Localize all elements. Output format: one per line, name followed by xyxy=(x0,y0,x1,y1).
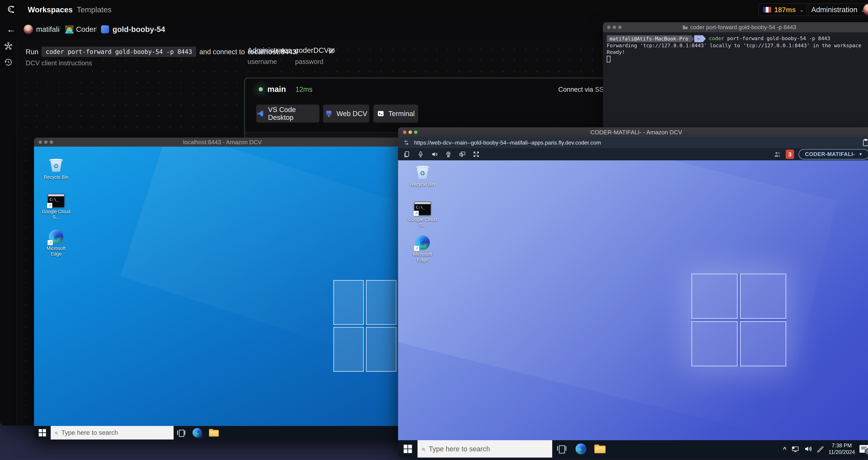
desktop-icon-recycle-bin[interactable]: ♻ Recycle Bin xyxy=(408,165,437,187)
fullscreen-icon[interactable] xyxy=(473,151,479,158)
breadcrumb-user[interactable]: matifali xyxy=(36,20,59,39)
windows-start-icon xyxy=(39,429,46,436)
tab-workspaces[interactable]: Workspaces xyxy=(28,0,72,20)
windows-desktop[interactable]: ♻ Recycle Bin C:\_ ↗ Google Cloud S... ↗… xyxy=(398,160,868,440)
minimize-button[interactable] xyxy=(408,131,412,134)
terminal-output-line: Forwarding 'tcp://127.0.0.1:8443' locall… xyxy=(607,42,861,49)
eye-off-icon[interactable] xyxy=(328,47,336,55)
desktop-icon-microsoft-edge[interactable]: ↗ Microsoft Edge xyxy=(41,230,71,257)
web-dcv-label: Web DCV xyxy=(336,110,367,118)
dcv-client-instructions-link[interactable]: DCV client instructions xyxy=(26,59,92,67)
terminal-titlebar[interactable]: coder port-forward gold-booby-54 -p 8443 xyxy=(603,22,868,32)
file-explorer-button[interactable] xyxy=(206,429,222,436)
start-button[interactable] xyxy=(34,429,51,436)
dcv-localhost-titlebar[interactable]: localhost:8443 - Amazon DCV xyxy=(34,138,411,147)
dcv-url-bar: https://web-dcv--main--gold-booby-54--ma… xyxy=(398,137,868,148)
history-icon[interactable] xyxy=(3,57,13,67)
web-dcv-button[interactable]: Web DCV xyxy=(323,105,369,123)
folder-icon xyxy=(594,444,606,453)
tab-templates[interactable]: Templates xyxy=(77,0,112,20)
webcam-icon[interactable] xyxy=(445,151,452,158)
port-forward-command-chip[interactable]: coder port-forward gold-booby-54 -p 8443 xyxy=(41,47,196,57)
windows-list-icon[interactable] xyxy=(403,151,410,158)
icon-label: Microsoft Edge xyxy=(41,246,71,257)
taskbar-edge-button[interactable] xyxy=(571,443,590,454)
taskbar-clock[interactable]: 7:38 PM 11/20/2024 xyxy=(829,442,855,456)
clipboard-icon[interactable] xyxy=(862,139,868,146)
top-navbar: Workspaces Templates 187ms ⌄ Administrat… xyxy=(0,0,868,20)
terminal-button[interactable]: Terminal xyxy=(373,105,418,123)
minimize-button[interactable] xyxy=(613,26,616,29)
pen-icon[interactable] xyxy=(816,445,824,453)
desktop-icon-google-cloud[interactable]: C:\_ ↗ Google Cloud S... xyxy=(408,202,437,228)
prompt-host-segment: matifali@Atifs-MacBook-Pro xyxy=(607,35,691,42)
maximize-button[interactable] xyxy=(414,131,417,134)
dcv-toolbar: 3 CODER-MATIFALI- ▼ xyxy=(398,148,868,160)
windows-taskbar: ⌕ Type here to search xyxy=(34,426,411,439)
terminal-content[interactable]: matifali@Atifs-MacBook-Pro~ coder port-f… xyxy=(603,32,865,65)
clock-time: 7:38 PM xyxy=(829,442,855,449)
ssh-label: Connect via SSH xyxy=(558,86,609,93)
task-view-button[interactable] xyxy=(552,445,571,453)
username-label: username xyxy=(248,58,277,65)
username-value: Administrator xyxy=(248,46,290,55)
close-button[interactable] xyxy=(607,26,611,29)
dcv-window-coder-matifali: CODER-MATIFALI- - Amazon DCV https://web… xyxy=(398,127,868,458)
search-icon: ⌕ xyxy=(55,429,58,436)
icon-label: Recycle Bin xyxy=(41,174,71,180)
dcv-window-title: CODER-MATIFALI- - Amazon DCV xyxy=(590,129,682,136)
dcv-url[interactable]: https://web-dcv--main--gold-booby-54--ma… xyxy=(414,140,601,146)
connections-badge: 3 xyxy=(786,150,794,159)
maximize-button[interactable] xyxy=(50,140,53,144)
speaker-icon[interactable] xyxy=(431,151,438,158)
file-explorer-button[interactable] xyxy=(590,445,610,453)
action-center-button[interactable]: 1 xyxy=(860,445,868,453)
tray-expand-chevron[interactable]: ^ xyxy=(783,445,786,452)
dcv-localhost-title: localhost:8443 - Amazon DCV xyxy=(183,139,262,146)
desktop-icon-google-cloud[interactable]: C:\_ ↗ Google Cloud S... xyxy=(41,194,71,220)
session-menu-button[interactable]: CODER-MATIFALI- ▼ xyxy=(799,149,868,160)
taskbar-search[interactable]: ⌕ Type here to search xyxy=(417,440,552,458)
start-button[interactable] xyxy=(398,445,417,453)
shortcut-arrow-icon: ↗ xyxy=(47,203,52,208)
dcv-titlebar[interactable]: CODER-MATIFALI- - Amazon DCV xyxy=(398,127,868,137)
minimize-button[interactable] xyxy=(44,140,48,144)
screen: Workspaces Templates 187ms ⌄ Administrat… xyxy=(0,0,868,460)
close-button[interactable] xyxy=(38,140,42,144)
vscode-desktop-button[interactable]: VS Code Desktop xyxy=(256,105,319,123)
run-label: Run xyxy=(26,48,38,56)
close-button[interactable] xyxy=(403,131,406,134)
shortcut-arrow-icon: ↗ xyxy=(413,211,419,216)
resources-topology-icon[interactable] xyxy=(3,41,13,51)
latency-pill[interactable]: 187ms ⌄ xyxy=(758,3,809,16)
breadcrumb-workspace[interactable]: gold-booby-54 xyxy=(113,20,165,39)
microphone-icon[interactable] xyxy=(417,151,424,158)
connection-settings-icon[interactable] xyxy=(403,140,409,146)
task-view-button[interactable] xyxy=(174,429,189,436)
back-arrow-icon[interactable]: ← xyxy=(7,20,16,39)
volume-icon[interactable] xyxy=(804,445,812,453)
search-placeholder: Type here to search xyxy=(429,445,490,453)
taskbar-search[interactable]: ⌕ Type here to search xyxy=(51,426,174,439)
breadcrumb-user-avatar[interactable] xyxy=(24,25,33,34)
network-icon[interactable] xyxy=(791,445,799,453)
displays-icon[interactable] xyxy=(459,151,466,158)
breadcrumb-template[interactable]: Coder xyxy=(76,20,96,39)
command-name: coder xyxy=(709,35,724,41)
agent-name: main xyxy=(267,84,286,94)
desktop-icon-microsoft-edge[interactable]: ↗ Microsoft Edge xyxy=(408,235,437,262)
icon-label: Google Cloud S... xyxy=(408,217,437,228)
taskbar-edge-button[interactable] xyxy=(189,428,206,437)
maximize-button[interactable] xyxy=(618,26,622,29)
macos-terminal-window: coder port-forward gold-booby-54 -p 8443… xyxy=(603,22,868,129)
coder-logo-icon[interactable] xyxy=(6,4,16,15)
collaborators-icon[interactable] xyxy=(774,151,781,158)
desktop-icon-recycle-bin[interactable]: ♻ Recycle Bin xyxy=(41,158,71,180)
password-label: password xyxy=(295,58,323,65)
france-flag-icon xyxy=(763,7,771,12)
administration-menu[interactable]: Administration ⌄ xyxy=(806,3,868,16)
windows-desktop[interactable]: ♻ Recycle Bin C:\_ ↗ Google Cloud S... ↗… xyxy=(34,147,411,426)
chevron-down-icon: ⌄ xyxy=(799,6,804,13)
search-icon: ⌕ xyxy=(421,445,425,453)
command-args: port-forward gold-booby-54 -p 8443 xyxy=(724,35,830,41)
